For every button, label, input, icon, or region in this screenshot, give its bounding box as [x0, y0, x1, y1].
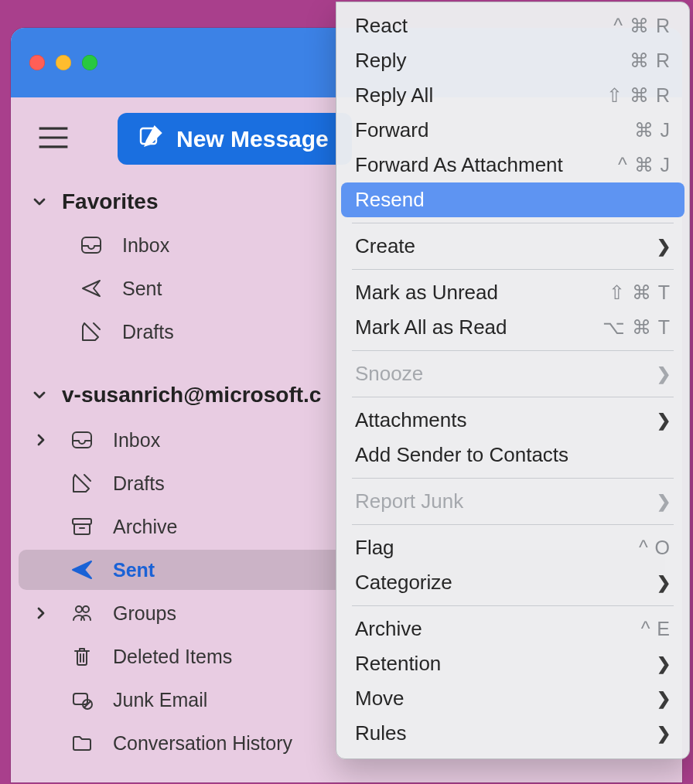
menu-item-label: Forward As Attachment: [355, 153, 618, 177]
menu-item-resend[interactable]: Resend: [341, 182, 684, 217]
folder-icon: [68, 731, 96, 755]
folder-label: Junk Email: [113, 689, 207, 711]
menu-item-label: Snooze: [355, 362, 649, 386]
folder-label: Sent: [113, 559, 155, 581]
menu-item-label: Forward: [355, 118, 634, 142]
context-menu: React^ ⌘ RReply⌘ RReply All⇧ ⌘ RForward⌘…: [336, 2, 690, 759]
chevron-down-icon: [29, 385, 50, 405]
trash-icon: [68, 644, 96, 669]
chevron-right-icon: ❯: [657, 492, 671, 512]
menu-item-snooze: Snooze❯: [341, 356, 684, 391]
svg-rect-6: [73, 519, 91, 524]
chevron-right-icon: ❯: [657, 573, 671, 593]
folder-label: Groups: [113, 602, 176, 625]
menu-item-flag[interactable]: Flag^ O: [341, 530, 684, 565]
svg-point-9: [76, 606, 82, 612]
folder-label: Sent: [122, 278, 162, 300]
folder-label: Drafts: [113, 472, 165, 495]
window-controls: [29, 55, 97, 70]
menu-item-label: Create: [355, 234, 649, 258]
sent-icon: [77, 276, 105, 301]
folder-label: Archive: [113, 516, 177, 538]
menu-item-report-junk: Report Junk❯: [341, 484, 684, 519]
archive-icon: [68, 514, 96, 539]
menu-item-label: Report Junk: [355, 489, 649, 513]
menu-item-label: Reply All: [355, 84, 606, 107]
new-message-button[interactable]: New Message: [118, 113, 352, 165]
menu-separator: [352, 269, 674, 270]
folder-label: Inbox: [113, 429, 160, 452]
menu-item-label: Attachments: [355, 408, 649, 432]
menu-shortcut: ^ E: [641, 618, 671, 640]
menu-item-archive[interactable]: Archive^ E: [341, 612, 684, 646]
menu-item-retention[interactable]: Retention❯: [341, 646, 684, 681]
menu-item-forward[interactable]: Forward⌘ J: [341, 113, 684, 148]
menu-separator: [352, 478, 674, 479]
menu-item-attachments[interactable]: Attachments❯: [341, 403, 684, 438]
chevron-right-icon: ❯: [657, 364, 671, 384]
inbox-icon: [77, 233, 105, 257]
menu-item-label: Resend: [355, 188, 671, 212]
new-message-label: New Message: [176, 126, 329, 152]
menu-item-label: Reply: [355, 49, 630, 73]
menu-item-label: Archive: [355, 617, 641, 641]
zoom-window-button[interactable]: [82, 55, 97, 70]
menu-shortcut: ⇧ ⌘ T: [609, 281, 671, 304]
menu-item-rules[interactable]: Rules❯: [341, 716, 684, 751]
groups-icon: [68, 601, 96, 625]
account-label: v-susanrich@microsoft.c: [62, 383, 321, 407]
inbox-icon: [68, 428, 96, 452]
menu-item-label: Categorize: [355, 571, 649, 595]
chevron-right-icon[interactable]: [31, 430, 51, 450]
favorites-label: Favorites: [62, 189, 159, 214]
menu-item-label: Add Sender to Contacts: [355, 443, 671, 467]
minimize-window-button[interactable]: [56, 55, 71, 70]
folder-label: Deleted Items: [113, 646, 232, 668]
menu-item-move[interactable]: Move❯: [341, 681, 684, 716]
menu-separator: [352, 524, 674, 525]
chevron-down-icon: [29, 192, 50, 212]
menu-item-label: Retention: [355, 652, 649, 676]
menu-item-mark-all-as-read[interactable]: Mark All as Read⌥ ⌘ T: [341, 310, 684, 345]
menu-separator: [352, 350, 674, 351]
folder-label: Conversation History: [113, 732, 292, 755]
svg-point-10: [83, 606, 89, 612]
drafts-icon: [77, 319, 105, 344]
chevron-right-icon: ❯: [657, 654, 671, 674]
menu-item-reply-all[interactable]: Reply All⇧ ⌘ R: [341, 78, 684, 113]
menu-shortcut: ^ ⌘ J: [618, 154, 671, 176]
menu-shortcut: ⌘ R: [630, 49, 671, 72]
menu-item-react[interactable]: React^ ⌘ R: [341, 9, 684, 43]
menu-item-label: Move: [355, 687, 649, 711]
svg-rect-7: [74, 524, 90, 534]
menu-shortcut: ^ O: [639, 537, 671, 559]
menu-item-label: Mark as Unread: [355, 281, 609, 305]
menu-icon[interactable]: [37, 124, 70, 154]
menu-item-reply[interactable]: Reply⌘ R: [341, 43, 684, 78]
folder-label: Drafts: [122, 321, 174, 343]
menu-separator: [352, 223, 674, 223]
menu-item-label: React: [355, 14, 613, 38]
menu-item-mark-as-unread[interactable]: Mark as Unread⇧ ⌘ T: [341, 275, 684, 310]
menu-item-label: Mark All as Read: [355, 315, 603, 339]
menu-separator: [352, 605, 674, 606]
menu-shortcut: ⌥ ⌘ T: [603, 316, 671, 339]
compose-icon: [138, 124, 162, 154]
chevron-right-icon: ❯: [657, 411, 671, 431]
drafts-icon: [68, 471, 96, 496]
chevron-right-icon[interactable]: [31, 603, 51, 623]
sent-icon: [68, 557, 96, 582]
menu-item-categorize[interactable]: Categorize❯: [341, 565, 684, 600]
svg-rect-13: [73, 694, 87, 704]
menu-shortcut: ^ ⌘ R: [613, 15, 671, 37]
junk-icon: [68, 687, 96, 712]
chevron-right-icon: ❯: [657, 237, 671, 257]
menu-item-label: Rules: [355, 721, 649, 745]
menu-item-forward-as-attachment[interactable]: Forward As Attachment^ ⌘ J: [341, 148, 684, 182]
folder-label: Inbox: [122, 234, 169, 257]
chevron-right-icon: ❯: [657, 689, 671, 709]
menu-item-add-sender-to-contacts[interactable]: Add Sender to Contacts: [341, 438, 684, 472]
menu-item-create[interactable]: Create❯: [341, 229, 684, 264]
close-window-button[interactable]: [29, 55, 45, 70]
menu-separator: [352, 397, 674, 397]
